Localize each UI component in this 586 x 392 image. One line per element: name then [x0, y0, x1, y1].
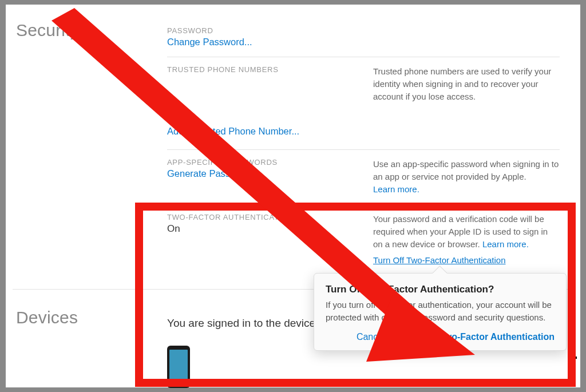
popover-title: Turn Off Two-Factor Authentication? [326, 284, 555, 295]
two-factor-learn-more-link[interactable]: Learn more. [482, 239, 529, 249]
app-specific-learn-more-link[interactable]: Learn more. [373, 184, 419, 194]
phone-icon [167, 346, 190, 388]
popover-cancel-button[interactable]: Cancel [357, 332, 385, 342]
popover-actions: Cancel | Turn Off Two-Factor Authenticat… [326, 332, 555, 342]
app-specific-help: Use an app-specific password when signin… [373, 159, 559, 181]
section-title-devices: Devices [13, 306, 167, 390]
two-factor-status: On [167, 223, 356, 235]
row-app-specific-passwords: APP-SPECIFIC PASSWORDS Generate Password… [167, 150, 560, 205]
row-password: PASSWORD Change Password... [167, 18, 560, 57]
label-app-specific: APP-SPECIFIC PASSWORDS [167, 158, 356, 167]
turn-off-2fa-popover: Turn Off Two-Factor Authentication? If y… [314, 273, 567, 351]
security-rows: PASSWORD Change Password... TRUSTED PHON… [167, 18, 560, 289]
turn-off-2fa-link[interactable]: Turn Off Two-Factor Authentication [373, 255, 506, 265]
popover-body: If you turn off two-factor authenticatio… [326, 299, 555, 324]
popover-divider: | [393, 332, 395, 342]
device-thumbnail[interactable] [167, 346, 190, 388]
label-trusted-numbers: TRUSTED PHONE NUMBERS [167, 65, 356, 74]
add-trusted-number-link[interactable]: Add a Trusted Phone Number... [167, 126, 356, 137]
trusted-numbers-help: Trusted phone numbers are used to verify… [373, 66, 551, 101]
row-trusted-numbers: TRUSTED PHONE NUMBERS Add a Trusted Phon… [167, 57, 560, 150]
label-password: PASSWORD [167, 26, 356, 35]
decorative-mark [571, 357, 577, 359]
change-password-link[interactable]: Change Password... [167, 37, 356, 47]
security-section: Security PASSWORD Change Password... TRU… [6, 5, 580, 289]
section-title-security: Security [13, 18, 167, 289]
popover-confirm-button[interactable]: Turn Off Two-Factor Authentication [402, 332, 555, 342]
generate-password-link[interactable]: Generate Password... [167, 168, 356, 179]
label-two-factor: TWO-FACTOR AUTHENTICATION [167, 213, 356, 221]
